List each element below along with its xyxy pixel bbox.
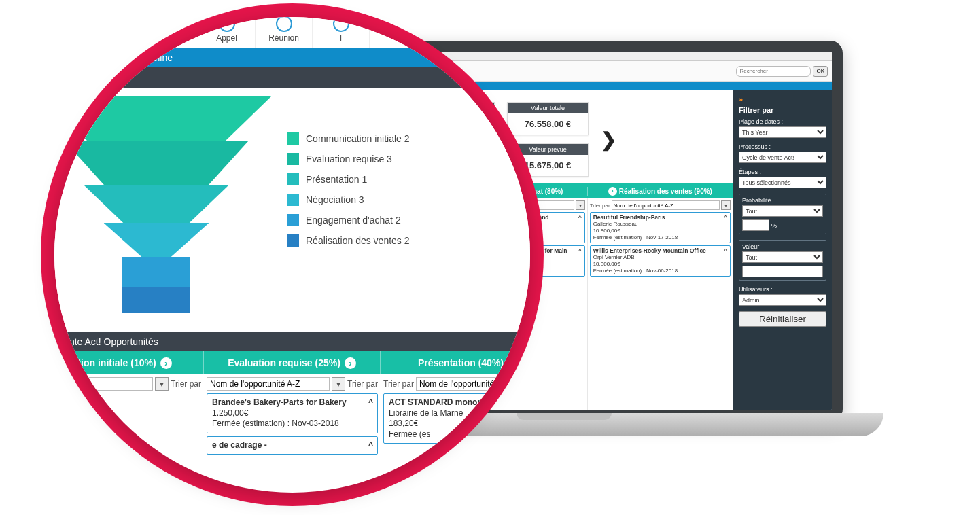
probability-select[interactable]: Tout: [742, 205, 823, 217]
card-collapse-icon[interactable]: ^: [578, 248, 582, 255]
filter-stages: Étapes : Tous sélectionnés: [739, 168, 826, 188]
filter-sidebar: » Filtrer par Plage de dates : This Year…: [733, 90, 832, 410]
funnel-legend: Communication initiale 2 Evaluation requ…: [287, 132, 410, 320]
sort-dropdown-icon[interactable]: ▾: [332, 377, 345, 391]
next-icon: [105, 17, 121, 32]
probability-input[interactable]: [742, 219, 769, 231]
card-collapse-icon[interactable]: ^: [724, 248, 727, 255]
legend-swatch: [287, 214, 299, 226]
funnel-panel: Communication initiale 2 Evaluation requ…: [54, 88, 530, 332]
opportunity-card[interactable]: ^ e de cadrage -: [207, 436, 378, 455]
search-input[interactable]: [736, 66, 811, 77]
legend-label: Présentation 1: [306, 174, 367, 185]
stage-header[interactable]: Réalisation des ventes (90%): [588, 187, 733, 196]
filter-probability: Probabilité Tout %: [739, 194, 826, 234]
percent-label: %: [771, 222, 777, 229]
pipeline-column: Trier par▾ ^ Beautiful Friendship-Paris …: [588, 198, 733, 410]
legend-label: Réalisation des ventes 2: [306, 235, 410, 246]
funnel-stage-3: [84, 185, 228, 223]
sort-select[interactable]: [54, 377, 153, 391]
legend-swatch: [287, 173, 299, 185]
sort-dropdown-icon[interactable]: ▾: [721, 200, 731, 210]
filter-users: Utilisateurs : Admin: [739, 286, 826, 306]
toolbar-button-prev[interactable]: cédent: [54, 17, 84, 48]
filter-date-range: Plage de dates : This Year: [739, 118, 826, 138]
card-collapse-icon[interactable]: ^: [578, 215, 582, 222]
funnel-stage-5: [122, 257, 190, 287]
opportunity-card[interactable]: ^ Brandee's Bakery-Parts for Bakery 1.25…: [207, 393, 378, 433]
user-icon: [162, 17, 178, 32]
legend-label: Négociation 3: [306, 194, 364, 205]
sort-dropdown-icon[interactable]: ▾: [576, 200, 585, 210]
meeting-icon: [276, 17, 292, 32]
legend-swatch: [287, 132, 299, 145]
legend-swatch: [287, 153, 299, 165]
pipeline-column: ▾Trier par ^ Brandee's Bakery-Parts for …: [204, 374, 381, 457]
metric-total: Valeur totale 76.558,00 €: [507, 102, 589, 135]
sort-label: Trier par: [171, 379, 201, 389]
metric-total-value: 76.558,00 €: [508, 113, 588, 135]
sort-label: Trier par: [347, 379, 378, 389]
prev-icon: [54, 17, 64, 32]
funnel-stage-6: [122, 287, 190, 313]
filter-process: Processus : Cycle de vente Act!: [739, 143, 826, 163]
sort-dropdown-icon[interactable]: ▾: [155, 377, 169, 391]
card-collapse-icon[interactable]: ^: [368, 440, 373, 451]
stages-select[interactable]: Tous sélectionnés: [739, 177, 826, 188]
tab-indicator-icon: [109, 56, 117, 62]
opportunity-card[interactable]: ^ Willis Enterprises-Rocky Mountain Offi…: [590, 245, 731, 277]
legend-swatch: [287, 194, 299, 206]
magnifier-circle: cédent Suivant Nouveau Appel Réunion l V…: [54, 17, 530, 493]
filter-value: Valeur Tout: [739, 240, 826, 281]
search-box: OK: [736, 66, 828, 77]
mag-pipeline-columns: ▾Trier par ▾Trier par ^ Brandee's Bakery…: [54, 374, 530, 457]
legend-label: Communication initiale 2: [306, 133, 410, 144]
filter-title: Filtrer par: [739, 106, 826, 114]
value-input[interactable]: [742, 266, 823, 277]
funnel-stage-2: [64, 141, 249, 185]
funnel-stage-4: [104, 223, 209, 257]
mag-stage-headers: nication initiale (10%) Evaluation requi…: [54, 351, 530, 374]
collapse-icon[interactable]: »: [739, 95, 826, 103]
users-select[interactable]: Admin: [739, 294, 826, 306]
next-arrow-icon[interactable]: ❯: [601, 128, 616, 151]
opportunity-card[interactable]: ^ Beautiful Friendship-Paris Gallerie Ro…: [590, 212, 731, 243]
mag-opportunities-header: e de vente Act! Opportunités: [54, 332, 530, 351]
metric-total-label: Valeur totale: [508, 103, 588, 113]
reset-button[interactable]: Réinitialiser: [739, 311, 826, 327]
card-collapse-icon[interactable]: ^: [368, 397, 373, 408]
stage-header[interactable]: Evaluation requise (25%): [204, 351, 381, 374]
sort-select[interactable]: [612, 200, 720, 210]
date-range-select[interactable]: This Year: [739, 126, 826, 138]
card-collapse-icon[interactable]: ^: [724, 215, 727, 222]
toolbar-button-meeting[interactable]: Réunion: [256, 17, 313, 48]
process-select[interactable]: Cycle de vente Act!: [739, 152, 826, 163]
legend-label: Engagement d'achat 2: [306, 215, 401, 226]
search-ok-button[interactable]: OK: [813, 66, 828, 77]
sort-select[interactable]: [207, 377, 330, 391]
tab-list-view[interactable]: Vue Liste: [54, 52, 91, 63]
sort-label: Trier par: [383, 379, 414, 389]
legend-label: Evaluation requise 3: [306, 154, 392, 164]
legend-swatch: [287, 234, 299, 247]
value-select[interactable]: Tout: [742, 251, 823, 263]
toolbar-button-next[interactable]: Suivant: [84, 17, 141, 48]
sort-label: Trier par: [590, 202, 610, 209]
